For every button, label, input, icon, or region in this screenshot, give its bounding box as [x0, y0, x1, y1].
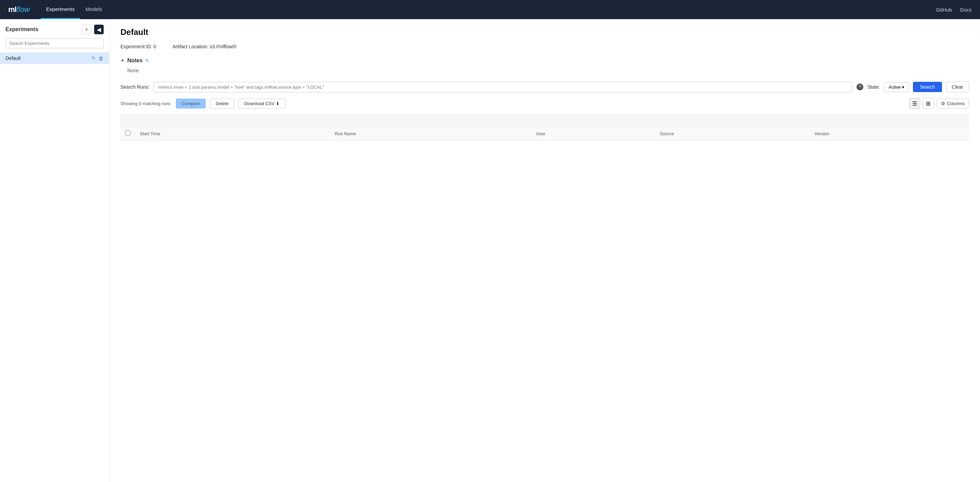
search-runs-input[interactable] — [154, 82, 853, 93]
run-name-header: Run Name — [330, 127, 531, 140]
select-all-header[interactable] — [121, 127, 135, 140]
table-header-row: Start Time Run Name User Source Version — [121, 127, 969, 140]
header-left: mlflow Experiments Models — [8, 0, 108, 19]
main-nav: Experiments Models — [41, 0, 108, 19]
grid-view-button[interactable]: ⊞ — [923, 98, 934, 109]
logo-flow: flow — [16, 5, 30, 14]
download-csv-button[interactable]: Download CSV ⬇ — [239, 99, 285, 109]
main-content: Default Experiment ID: 0 Artifact Locati… — [110, 19, 980, 482]
columns-button[interactable]: ⚙ Columns — [937, 99, 969, 109]
runs-table: Start Time Run Name User Source Version — [121, 114, 969, 140]
docs-link[interactable]: Docs — [960, 7, 972, 13]
gear-icon: ⚙ — [941, 101, 945, 106]
github-link[interactable]: GitHub — [936, 7, 952, 13]
search-runs-row: Search Runs: ? State: Active ▾ Search Cl… — [121, 81, 969, 93]
delete-button[interactable]: Delete — [210, 99, 234, 109]
notes-header[interactable]: ▼ Notes ✎ — [121, 57, 969, 64]
toolbar-row: Showing 0 matching runs Compare Delete D… — [121, 98, 969, 109]
notes-content: None — [127, 68, 969, 73]
nav-models[interactable]: Models — [80, 0, 107, 19]
state-label: State: — [867, 84, 880, 90]
columns-label: Columns — [947, 101, 965, 106]
header: mlflow Experiments Models GitHub Docs — [0, 0, 980, 19]
page-title: Default — [121, 27, 969, 37]
experiment-name: Default — [5, 56, 21, 61]
edit-experiment-button[interactable]: ✎ — [91, 55, 96, 61]
collapse-sidebar-button[interactable]: ◀ — [94, 25, 104, 34]
notes-edit-icon[interactable]: ✎ — [145, 58, 149, 63]
artifact-location-value: s3://mlflow/0 — [210, 44, 237, 49]
sidebar-title: Experiments — [5, 26, 38, 32]
delete-experiment-button[interactable]: 🗑 — [99, 55, 104, 61]
notes-arrow-icon: ▼ — [121, 58, 124, 63]
table-group-row — [121, 115, 969, 127]
clear-button[interactable]: Clear — [946, 81, 969, 93]
notes-section: ▼ Notes ✎ None — [121, 57, 969, 73]
showing-text: Showing 0 matching runs — [121, 101, 170, 106]
logo-ml: ml — [8, 5, 16, 14]
source-header: Source — [655, 127, 810, 140]
state-dropdown-arrow-icon: ▾ — [902, 85, 904, 90]
compare-button[interactable]: Compare — [176, 99, 206, 109]
app-layout: Experiments + ◀ Default ✎ 🗑 Default Expe… — [0, 19, 980, 482]
sidebar: Experiments + ◀ Default ✎ 🗑 — [0, 19, 110, 482]
experiment-id-value: 0 — [154, 44, 156, 49]
meta-row: Experiment ID: 0 Artifact Location: s3:/… — [121, 44, 969, 49]
search-experiments-input[interactable] — [5, 38, 104, 48]
start-time-header: Start Time — [135, 127, 330, 140]
notes-label: Notes — [127, 57, 142, 64]
search-button[interactable]: Search — [913, 82, 942, 92]
header-right: GitHub Docs — [936, 7, 972, 13]
experiment-item-default[interactable]: Default ✎ 🗑 — [0, 53, 109, 64]
experiment-id-item: Experiment ID: 0 — [121, 44, 156, 49]
toolbar-right: ☰ ⊞ ⚙ Columns — [909, 98, 969, 109]
user-header: User — [531, 127, 655, 140]
list-view-button[interactable]: ☰ — [909, 98, 920, 109]
artifact-location-label: Artifact Location: — [172, 44, 208, 49]
sidebar-header: Experiments + ◀ — [0, 25, 109, 38]
state-value: Active — [889, 85, 900, 90]
nav-experiments[interactable]: Experiments — [41, 0, 80, 19]
select-all-checkbox[interactable] — [125, 131, 130, 136]
sidebar-actions: + ◀ — [82, 25, 104, 34]
search-runs-label: Search Runs: — [121, 84, 150, 90]
state-dropdown[interactable]: Active ▾ — [884, 82, 909, 92]
experiment-item-actions: ✎ 🗑 — [91, 55, 104, 61]
artifact-location-item: Artifact Location: s3://mlflow/0 — [172, 44, 236, 49]
version-header: Version — [810, 127, 969, 140]
experiment-id-label: Experiment ID: — [121, 44, 152, 49]
add-experiment-button[interactable]: + — [82, 25, 91, 34]
logo: mlflow — [8, 5, 30, 14]
search-help-icon[interactable]: ? — [856, 83, 863, 90]
